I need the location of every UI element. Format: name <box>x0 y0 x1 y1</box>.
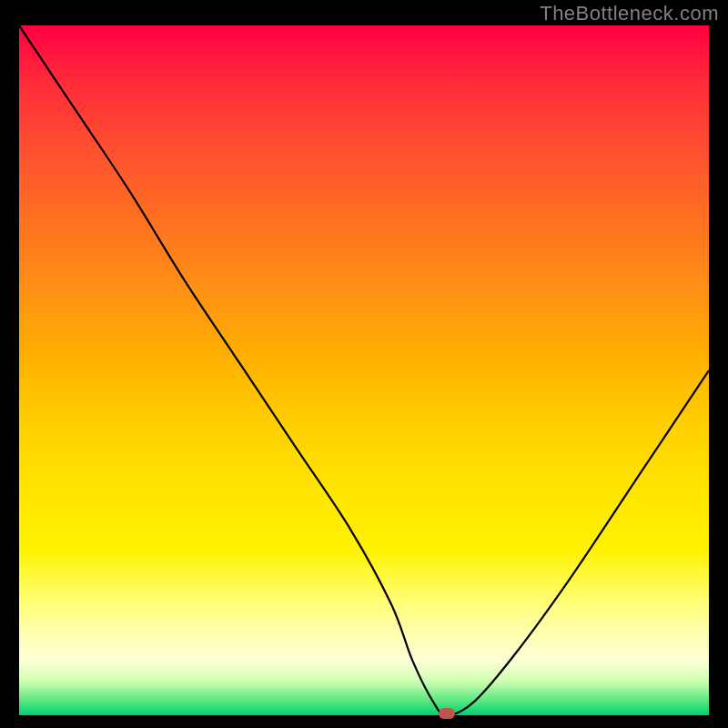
plot-area <box>19 25 709 715</box>
watermark-text: TheBottleneck.com <box>540 2 719 25</box>
bottleneck-curve <box>19 25 709 715</box>
optimal-point-marker <box>439 708 455 719</box>
chart-frame: TheBottleneck.com <box>0 0 728 728</box>
curve-path <box>19 25 709 715</box>
